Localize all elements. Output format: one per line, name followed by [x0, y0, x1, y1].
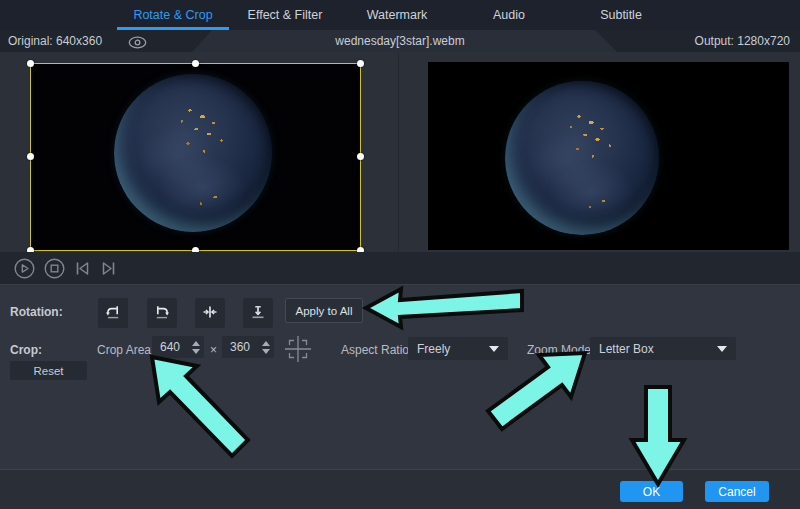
- tab-subtitle[interactable]: Subtitle: [565, 0, 677, 30]
- flip-vertical-button[interactable]: [243, 298, 273, 328]
- ok-button[interactable]: OK: [620, 481, 683, 502]
- stop-icon[interactable]: [44, 258, 65, 283]
- tab-watermark[interactable]: Watermark: [341, 0, 453, 30]
- crop-selection-frame[interactable]: [30, 63, 361, 251]
- tab-rotate-crop[interactable]: Rotate & Crop: [117, 0, 229, 30]
- dimension-times-symbol: ×: [210, 343, 217, 357]
- crop-width-value: 640: [152, 340, 190, 354]
- crop-handle-w[interactable]: [27, 153, 34, 160]
- earth-night-image: [505, 81, 659, 235]
- apply-to-all-button[interactable]: Apply to All: [285, 298, 363, 323]
- rotate-crop-dialog: Rotate & Crop Effect & Filter Watermark …: [0, 0, 800, 509]
- flip-vertical-icon: [250, 304, 266, 323]
- original-size-banner: Original: 640x360: [0, 30, 212, 52]
- preview-area: [0, 52, 800, 252]
- flip-horizontal-button[interactable]: [195, 298, 225, 328]
- eye-icon[interactable]: [128, 35, 147, 53]
- tab-effect-filter[interactable]: Effect & Filter: [229, 0, 341, 30]
- play-icon[interactable]: [14, 258, 35, 283]
- prev-frame-icon[interactable]: [74, 260, 91, 281]
- reset-button[interactable]: Reset: [10, 361, 87, 380]
- crop-label: Crop:: [10, 343, 42, 357]
- output-size-banner: Output: 1280x720: [595, 30, 800, 52]
- chevron-down-icon: [489, 346, 499, 352]
- tab-audio[interactable]: Audio: [453, 0, 565, 30]
- zoom-mode-label: Zoom Mode:: [527, 343, 594, 357]
- crop-height-stepper[interactable]: 360: [222, 336, 274, 358]
- aspect-ratio-select[interactable]: Freely: [408, 337, 508, 360]
- crop-handle-ne[interactable]: [357, 60, 364, 67]
- stepper-arrows[interactable]: [190, 341, 204, 354]
- rotate-right-button[interactable]: [147, 298, 177, 328]
- crop-height-value: 360: [222, 340, 260, 354]
- preview-header-row: wednesday[3star].webm Original: 640x360 …: [0, 30, 800, 52]
- cancel-button[interactable]: Cancel: [705, 481, 769, 502]
- crop-position-icon: [284, 335, 312, 367]
- aspect-ratio-label: Aspect Ratio:: [341, 343, 412, 357]
- rotation-label: Rotation:: [10, 305, 63, 319]
- flip-horizontal-icon: [202, 304, 218, 323]
- crop-width-stepper[interactable]: 640: [152, 336, 204, 358]
- panel-divider: [398, 52, 399, 252]
- zoom-mode-value: Letter Box: [590, 342, 717, 356]
- controls-panel: Rotation:: [0, 284, 800, 469]
- output-video-preview: [428, 62, 789, 250]
- crop-handle-nw[interactable]: [27, 60, 34, 67]
- crop-handle-n[interactable]: [192, 60, 199, 67]
- tab-bar: Rotate & Crop Effect & Filter Watermark …: [0, 0, 800, 30]
- playback-bar: 00:00:00.00/00:00:30.00: [0, 252, 800, 284]
- zoom-mode-select[interactable]: Letter Box: [590, 337, 736, 360]
- aspect-ratio-value: Freely: [408, 342, 489, 356]
- crop-area-label: Crop Area:: [97, 343, 154, 357]
- original-size-label: Original: 640x360: [8, 34, 102, 48]
- next-frame-icon[interactable]: [100, 260, 117, 281]
- rotate-right-icon: [154, 304, 170, 323]
- chevron-down-icon: [717, 346, 727, 352]
- output-size-label: Output: 1280x720: [695, 34, 790, 48]
- rotate-left-button[interactable]: [98, 298, 128, 328]
- crop-handle-e[interactable]: [357, 153, 364, 160]
- rotate-left-icon: [105, 304, 121, 323]
- footer-bar: OK Cancel: [0, 469, 800, 509]
- stepper-arrows[interactable]: [260, 341, 274, 354]
